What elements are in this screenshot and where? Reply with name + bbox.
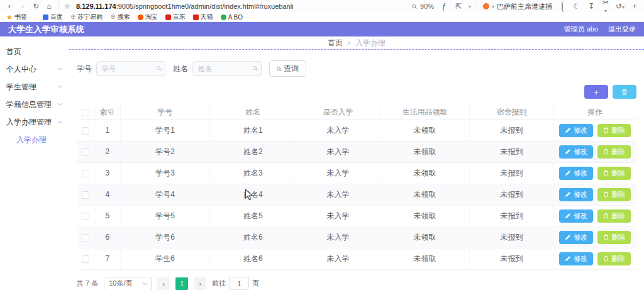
search-button[interactable]: 查询 bbox=[269, 60, 306, 77]
select-all-checkbox[interactable] bbox=[82, 109, 89, 116]
cell-student-id: 学号3 bbox=[120, 162, 209, 184]
row-checkbox[interactable] bbox=[82, 170, 89, 177]
delete-button[interactable]: 删除 bbox=[597, 145, 631, 159]
refresh-icon[interactable]: ↻ bbox=[31, 3, 40, 10]
bookmark-item[interactable]: ⊕苏宁易购 bbox=[70, 13, 103, 21]
screenshot-icon[interactable]: ✂▾ bbox=[601, 0, 610, 14]
night-mode-icon[interactable]: ☾ bbox=[572, 3, 581, 10]
address-bar[interactable]: 8.129.11.174:9005/springboot1hme0/admin/… bbox=[76, 3, 294, 10]
row-checkbox[interactable] bbox=[82, 191, 89, 199]
bookmark-item[interactable]: 淘宝 bbox=[138, 13, 158, 21]
download-icon[interactable]: ↧ bbox=[587, 3, 596, 10]
table-row: 5学号5姓名5未入学未领取未报到修改删除 bbox=[77, 205, 636, 226]
header-index: 索引 bbox=[94, 105, 120, 120]
cell-supplies: 未领取 bbox=[380, 120, 469, 141]
delete-button-label: 删除 bbox=[611, 147, 625, 157]
logout-button[interactable]: 退出登录 bbox=[608, 25, 636, 34]
breadcrumb-home[interactable]: 首页 bbox=[328, 38, 343, 48]
bookmark-star-icon[interactable]: ☆ bbox=[63, 3, 72, 10]
row-checkbox-cell bbox=[77, 162, 94, 184]
magnifier-icon bbox=[562, 1, 563, 11]
user-label: 管理员 abo bbox=[564, 25, 598, 34]
edit-button[interactable]: 修改 bbox=[559, 188, 593, 201]
bookmark-label: A BO bbox=[228, 14, 243, 21]
header-dorm: 宿舍报到 bbox=[470, 105, 554, 120]
edit-button[interactable]: 修改 bbox=[559, 252, 593, 265]
edit-button[interactable]: 修改 bbox=[559, 145, 593, 159]
batch-delete-button[interactable] bbox=[613, 85, 636, 99]
trash-icon bbox=[603, 213, 609, 219]
bookmark-item[interactable]: 百度 bbox=[43, 13, 63, 21]
sidebar-item[interactable]: 学籍信息管理 bbox=[0, 96, 69, 113]
bookmark-item[interactable]: A BO bbox=[221, 14, 243, 21]
prev-page-button[interactable]: ‹ bbox=[157, 277, 170, 290]
chevron-down-icon[interactable]: ▾ bbox=[469, 4, 471, 9]
sidebar-item[interactable]: 入学办理管理 bbox=[0, 113, 69, 131]
cell-enrolled: 未入学 bbox=[296, 120, 380, 141]
sidebar-subitem[interactable]: 入学办理 bbox=[0, 131, 69, 148]
bookmark-item[interactable]: 天猫 bbox=[193, 13, 213, 21]
row-checkbox[interactable] bbox=[82, 234, 89, 242]
row-checkbox[interactable] bbox=[82, 148, 89, 156]
next-page-button[interactable]: › bbox=[194, 277, 206, 290]
delete-button[interactable]: 删除 bbox=[597, 252, 631, 265]
delete-button-label: 删除 bbox=[611, 233, 625, 242]
cell-enrolled: 未入学 bbox=[296, 205, 380, 226]
row-actions: 修改删除 bbox=[553, 184, 636, 205]
sidebar-item[interactable]: 首页 bbox=[0, 43, 69, 60]
pencil-icon bbox=[565, 148, 571, 155]
trash-icon bbox=[603, 234, 609, 240]
add-button[interactable]: ＋ bbox=[584, 85, 608, 99]
sidebar-item-label: 首页 bbox=[6, 47, 21, 57]
chevron-up-icon bbox=[58, 121, 62, 125]
edit-button[interactable]: 修改 bbox=[559, 209, 593, 223]
bookmark-item[interactable]: 京东 bbox=[165, 13, 186, 21]
cell-student-id: 学号2 bbox=[120, 141, 209, 162]
cell-name: 姓名4 bbox=[210, 184, 296, 205]
current-page[interactable]: 1 bbox=[175, 277, 188, 290]
favicon bbox=[43, 14, 48, 20]
bookmark-item[interactable]: ⊕搜索 bbox=[110, 13, 130, 21]
zoom-indicator[interactable]: 90% bbox=[412, 3, 434, 10]
edit-button[interactable]: 修改 bbox=[559, 124, 593, 137]
home-icon[interactable]: ⌂ bbox=[45, 3, 53, 10]
delete-button[interactable]: 删除 bbox=[597, 167, 631, 180]
cell-enrolled: 未入学 bbox=[296, 184, 380, 205]
header-student-id: 学号 bbox=[120, 105, 209, 120]
delete-button[interactable]: 删除 bbox=[597, 231, 631, 244]
forward-icon[interactable]: › bbox=[18, 3, 27, 10]
cell-enrolled: 未入学 bbox=[296, 162, 380, 184]
cell-supplies: 未领取 bbox=[380, 141, 469, 162]
reader-mode-icon[interactable]: ƒ bbox=[440, 3, 448, 10]
bookmarks-folder[interactable]: ★ 书签 bbox=[6, 13, 27, 21]
sidebar-item[interactable]: 学生管理 bbox=[0, 78, 69, 96]
table-row: 4学号4姓名4未入学未领取未报到修改删除 bbox=[77, 184, 636, 205]
table-row: 1学号1姓名1未入学未领取未报到修改删除 bbox=[77, 120, 636, 141]
edit-button[interactable]: 修改 bbox=[559, 167, 593, 180]
delete-button[interactable]: 删除 bbox=[597, 209, 631, 223]
delete-button[interactable]: 删除 bbox=[597, 188, 631, 201]
student-id-input[interactable] bbox=[96, 61, 165, 76]
new-tab-icon[interactable]: + bbox=[630, 3, 639, 10]
row-checkbox[interactable] bbox=[82, 255, 89, 263]
row-checkbox[interactable] bbox=[82, 127, 89, 135]
goto-page-input[interactable] bbox=[229, 277, 249, 290]
news-ticker[interactable]: ▾ 巴萨前主席遭逮捕 bbox=[483, 2, 552, 11]
sidebar-subitem-label: 入学办理 bbox=[16, 135, 47, 145]
row-checkbox[interactable] bbox=[82, 213, 89, 220]
back-icon[interactable]: ‹ bbox=[5, 3, 14, 10]
history-icon[interactable]: ↺▾ bbox=[616, 3, 625, 10]
search-icon[interactable] bbox=[558, 3, 567, 10]
edit-button[interactable]: 修改 bbox=[559, 231, 593, 244]
divider bbox=[35, 13, 35, 21]
url-host: 8.129.11.174 bbox=[76, 3, 116, 10]
page-size-select[interactable]: 10条/页 bbox=[104, 277, 152, 290]
delete-button-label: 删除 bbox=[611, 169, 625, 178]
sidebar-item[interactable]: 个人中心 bbox=[0, 60, 69, 78]
name-input[interactable] bbox=[192, 61, 262, 76]
delete-button[interactable]: 删除 bbox=[597, 124, 631, 137]
row-actions: 修改删除 bbox=[553, 248, 636, 269]
share-icon[interactable]: ⇱ bbox=[454, 3, 463, 10]
cell-dorm: 未报到 bbox=[470, 248, 554, 269]
cell-student-id: 学号4 bbox=[120, 184, 209, 205]
